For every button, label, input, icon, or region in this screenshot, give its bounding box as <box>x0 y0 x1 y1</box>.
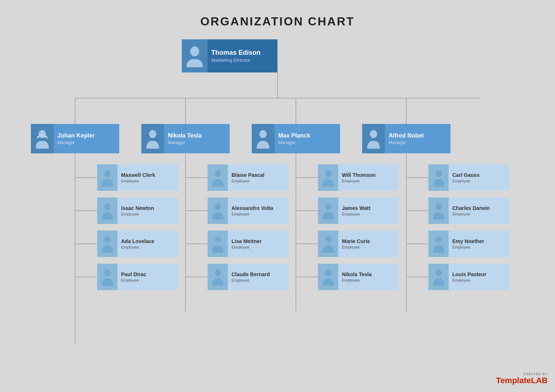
watermark-brand: TemplateLAB <box>496 376 548 385</box>
employee-name-3-1: Charles Darwin <box>452 205 509 211</box>
manager-name-1: Nikola Tesla <box>168 132 230 139</box>
director-avatar <box>182 39 208 72</box>
manager-node-1: Nikola Tesla Manager <box>141 124 230 153</box>
svg-point-26 <box>190 46 199 56</box>
svg-point-30 <box>370 130 377 138</box>
employee-node-2-3: Nikola Tesla Employee <box>318 264 399 290</box>
manager-name-0: Johan Kepler <box>57 132 119 139</box>
employee-info-3-3: Louis Pasteur Employee <box>449 271 509 283</box>
employee-role-0-1: Employee <box>121 212 178 216</box>
svg-point-36 <box>215 203 221 210</box>
employee-node-3-3: Louis Pasteur Employee <box>428 264 509 290</box>
employee-node-0-2: Ada Lovelace Employee <box>97 231 178 257</box>
manager-avatar-1 <box>141 124 164 153</box>
employee-name-3-3: Louis Pasteur <box>452 271 509 278</box>
employee-info-2-1: James Watt Employee <box>338 205 399 217</box>
employee-name-3-0: Carl Gauss <box>452 172 509 178</box>
employee-avatar-3-0 <box>428 164 449 191</box>
watermark: CREATED BY TemplateLAB <box>496 372 548 385</box>
manager-avatar-0 <box>31 124 54 153</box>
employee-role-1-1: Employee <box>231 212 289 216</box>
employee-info-0-0: Maxwell Clerk Employee <box>117 172 178 183</box>
employee-role-0-0: Employee <box>121 179 178 183</box>
employee-avatar-0-1 <box>97 197 117 224</box>
employee-node-1-3: Claude Bernard Employee <box>208 264 289 290</box>
employee-avatar-2-0 <box>318 164 338 191</box>
manager-role-2: Manager <box>278 140 340 145</box>
employee-role-3-1: Employee <box>452 212 509 216</box>
employee-avatar-2-1 <box>318 197 338 224</box>
employee-info-1-3: Claude Bernard Employee <box>228 271 289 283</box>
employee-name-1-1: Alessandro Volta <box>231 205 289 211</box>
employee-avatar-0-3 <box>97 264 117 290</box>
manager-node-3: Alfred Nobel Manager <box>362 124 450 153</box>
svg-point-31 <box>104 170 110 177</box>
employee-info-3-1: Charles Darwin Employee <box>449 205 509 217</box>
employee-role-2-1: Employee <box>342 212 399 216</box>
svg-point-34 <box>104 270 110 276</box>
page-title: ORGANIZATION CHART <box>0 0 555 39</box>
employee-name-0-0: Maxwell Clerk <box>121 172 178 178</box>
employee-avatar-2-3 <box>318 264 338 290</box>
employee-avatar-3-2 <box>428 231 449 257</box>
manager-role-3: Manager <box>389 140 450 145</box>
employee-name-2-2: Marie Curie <box>342 238 399 245</box>
employee-role-1-0: Employee <box>231 179 289 183</box>
svg-point-39 <box>325 170 331 177</box>
employee-role-3-0: Employee <box>452 179 509 183</box>
employee-name-3-2: Emy Noether <box>452 238 509 245</box>
employee-name-0-1: Isaac Newton <box>121 205 178 211</box>
svg-point-43 <box>435 170 442 177</box>
employee-name-1-2: Lisa Meitner <box>231 238 289 245</box>
employee-info-0-1: Isaac Newton Employee <box>117 205 178 217</box>
employee-avatar-1-1 <box>208 197 228 224</box>
manager-node-2: Max Planck Manager <box>252 124 340 153</box>
employee-info-3-2: Emy Noether Employee <box>449 238 509 250</box>
employee-avatar-1-2 <box>208 231 228 257</box>
employee-info-0-2: Ada Lovelace Employee <box>117 238 178 250</box>
manager-info-2: Max Planck Manager <box>275 132 340 145</box>
employee-name-2-0: Will Thomson <box>342 172 399 178</box>
employee-node-1-0: Blaise Pascal Employee <box>208 164 289 191</box>
employee-role-2-0: Employee <box>342 179 399 183</box>
employee-node-3-0: Carl Gauss Employee <box>428 164 509 191</box>
employee-name-0-2: Ada Lovelace <box>121 238 178 245</box>
svg-point-35 <box>215 170 221 177</box>
employee-role-0-2: Employee <box>121 245 178 249</box>
manager-info-3: Alfred Nobel Manager <box>385 132 450 145</box>
manager-role-0: Manager <box>57 140 119 145</box>
employee-info-1-0: Blaise Pascal Employee <box>228 172 289 183</box>
employee-node-2-0: Will Thomson Employee <box>318 164 399 191</box>
svg-point-38 <box>215 270 221 276</box>
svg-point-32 <box>104 203 110 210</box>
org-chart: Thomas Edison Marketing Director Johan K… <box>16 39 539 378</box>
manager-avatar-2 <box>252 124 275 153</box>
svg-point-40 <box>325 203 331 210</box>
manager-name-2: Max Planck <box>278 132 340 139</box>
employee-node-1-2: Lisa Meitner Employee <box>208 231 289 257</box>
watermark-brand-accent: LAB <box>531 376 548 385</box>
svg-point-28 <box>149 130 156 138</box>
manager-role-1: Manager <box>168 140 230 145</box>
svg-point-44 <box>435 203 442 210</box>
employee-avatar-1-3 <box>208 264 228 290</box>
director-name: Thomas Edison <box>211 49 278 57</box>
employee-role-0-3: Employee <box>121 278 178 282</box>
employee-info-2-2: Marie Curie Employee <box>338 238 399 250</box>
watermark-created-by: CREATED BY <box>523 372 548 376</box>
manager-info-1: Nikola Tesla Manager <box>164 132 230 145</box>
employee-role-2-3: Employee <box>342 278 399 282</box>
director-info: Thomas Edison Marketing Director <box>208 49 278 63</box>
employee-name-0-3: Paul Dirac <box>121 271 178 278</box>
employee-info-1-1: Alessandro Volta Employee <box>228 205 289 217</box>
employee-node-0-0: Maxwell Clerk Employee <box>97 164 178 191</box>
employee-role-1-2: Employee <box>231 245 289 249</box>
employee-role-2-2: Employee <box>342 245 399 249</box>
employee-info-0-3: Paul Dirac Employee <box>117 271 178 283</box>
svg-point-42 <box>325 270 331 276</box>
director-node: Thomas Edison Marketing Director <box>182 39 278 72</box>
employee-name-2-1: James Watt <box>342 205 399 211</box>
employee-avatar-3-3 <box>428 264 449 290</box>
employee-role-3-2: Employee <box>452 245 509 249</box>
manager-name-3: Alfred Nobel <box>389 132 450 139</box>
